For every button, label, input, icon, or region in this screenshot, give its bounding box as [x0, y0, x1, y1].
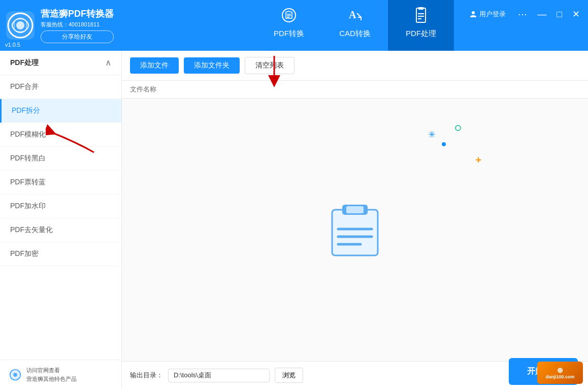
sidebar-item-pdf-encrypt[interactable]: PDF加密 — [0, 242, 121, 266]
sidebar-item-pdf-watermark[interactable]: PDF加水印 — [0, 195, 121, 218]
tab-pdf-convert-label: PDF转换 — [274, 29, 304, 39]
version-label: v1.0.5 — [5, 42, 20, 48]
sidebar-item-label-pdf-merge: PDF合并 — [10, 82, 39, 90]
pdf-convert-icon — [281, 7, 297, 27]
tab-pdf-convert[interactable]: PDF转换 — [256, 0, 322, 51]
share-button[interactable]: 分享给好友 — [41, 30, 114, 43]
app-logo-icon — [5, 10, 36, 41]
sidebar-item-pdf-merge[interactable]: PDF合并 — [0, 75, 121, 99]
title-bar: 营造狮PDF转换器 客服热线：4001801811 分享给好友 v1.0.5 P… — [0, 0, 588, 51]
sidebar-footer-text: 访问官网查看 营造狮其他特色产品 — [26, 366, 77, 383]
browse-button[interactable]: 浏览 — [275, 368, 303, 383]
footer-logo-icon — [8, 368, 22, 382]
sidebar-item-pdf-devector[interactable]: PDF去矢量化 — [0, 218, 121, 242]
sidebar-item-pdf-bw[interactable]: PDF转黑白 — [0, 147, 121, 171]
user-login-label: 用户登录 — [479, 10, 506, 19]
sidebar-item-label-pdf-split: PDF拆分 — [12, 106, 40, 114]
cad-convert-icon: A — [347, 7, 363, 27]
app-title: 营造狮PDF转换器 — [41, 8, 114, 20]
svg-rect-10 — [418, 7, 423, 10]
output-path-input[interactable] — [168, 369, 270, 382]
toolbar: 添加文件 添加文件夹 清空列表 — [122, 51, 588, 81]
main-layout: PDF处理 ∧ PDF合并 PDF拆分 PDF模糊化 PDF转黑白 PDF票转蓝… — [0, 51, 588, 389]
output-label: 输出目录： — [130, 371, 163, 380]
svg-point-18 — [455, 125, 461, 131]
svg-point-14 — [472, 11, 475, 14]
site-badge-text: danji100.com — [545, 374, 574, 379]
user-login-area[interactable]: 用户登录 — [469, 10, 506, 19]
sidebar-footer[interactable]: 访问官网查看 营造狮其他特色产品 — [0, 360, 121, 389]
sidebar-section-header: PDF处理 ∧ — [0, 51, 121, 75]
pdf-process-icon — [413, 7, 429, 27]
sidebar-item-pdf-split[interactable]: PDF拆分 — [0, 99, 121, 123]
deco-dot-blue — [442, 139, 446, 148]
empty-state-clipboard-icon — [327, 200, 383, 261]
user-icon — [469, 10, 477, 18]
site-badge: ⊕ danji100.com — [537, 362, 583, 384]
footer-line2: 营造狮其他特色产品 — [26, 375, 77, 383]
svg-rect-9 — [416, 8, 426, 22]
clear-list-button[interactable]: 清空列表 — [245, 57, 295, 74]
tab-cad-convert[interactable]: A CAD转换 — [322, 0, 388, 51]
more-options-button[interactable]: ⋯ — [515, 8, 530, 21]
svg-point-2 — [16, 21, 24, 29]
file-list-body: ✳ + — [122, 99, 588, 361]
sidebar: PDF处理 ∧ PDF合并 PDF拆分 PDF模糊化 PDF转黑白 PDF票转蓝… — [0, 51, 122, 389]
svg-line-8 — [357, 13, 361, 17]
window-controls: 用户登录 ⋯ — □ ✕ — [469, 8, 583, 21]
file-list-header: 文件名称 — [122, 81, 588, 99]
sidebar-item-label-pdf-encrypt: PDF加密 — [10, 249, 39, 257]
tab-pdf-process-label: PDF处理 — [406, 29, 436, 39]
footer-line1: 访问官网查看 — [26, 366, 77, 375]
sidebar-item-label-pdf-blue: PDF票转蓝 — [10, 178, 46, 186]
sidebar-item-pdf-blur[interactable]: PDF模糊化 — [0, 123, 121, 147]
content-area: 添加文件 添加文件夹 清空列表 文件名称 ✳ + — [122, 51, 588, 389]
svg-point-3 — [282, 9, 296, 22]
sidebar-item-label-pdf-devector: PDF去矢量化 — [10, 225, 53, 234]
sidebar-item-label-pdf-blur: PDF模糊化 — [10, 130, 46, 138]
svg-point-17 — [13, 373, 17, 376]
svg-rect-20 — [332, 210, 378, 255]
sidebar-collapse-icon[interactable]: ∧ — [105, 58, 111, 68]
hotline-text: 客服热线：4001801811 — [41, 21, 114, 28]
svg-rect-22 — [346, 206, 364, 213]
logo-area: 营造狮PDF转换器 客服热线：4001801811 分享给好友 — [0, 8, 122, 43]
tab-cad-convert-label: CAD转换 — [339, 29, 371, 39]
add-folder-button[interactable]: 添加文件夹 — [184, 57, 240, 74]
svg-text:A: A — [349, 9, 356, 20]
close-button[interactable]: ✕ — [569, 8, 583, 21]
maximize-button[interactable]: □ — [553, 8, 565, 21]
svg-point-19 — [442, 142, 446, 146]
sidebar-section-title: PDF处理 — [10, 58, 39, 68]
column-filename: 文件名称 — [130, 85, 156, 93]
minimize-button[interactable]: — — [534, 8, 549, 21]
logo-text-area: 营造狮PDF转换器 客服热线：4001801811 分享给好友 — [41, 8, 114, 43]
site-badge-icon: ⊕ — [557, 366, 563, 374]
sidebar-item-label-pdf-bw: PDF转黑白 — [10, 154, 46, 162]
deco-star: ✳ — [428, 129, 436, 140]
sidebar-item-pdf-blue[interactable]: PDF票转蓝 — [0, 171, 121, 195]
deco-plus-orange: + — [475, 154, 481, 166]
add-file-button[interactable]: 添加文件 — [130, 57, 179, 74]
sidebar-item-label-pdf-watermark: PDF加水印 — [10, 202, 46, 210]
tab-pdf-process[interactable]: PDF处理 — [388, 0, 454, 51]
deco-circle-teal — [455, 124, 461, 133]
